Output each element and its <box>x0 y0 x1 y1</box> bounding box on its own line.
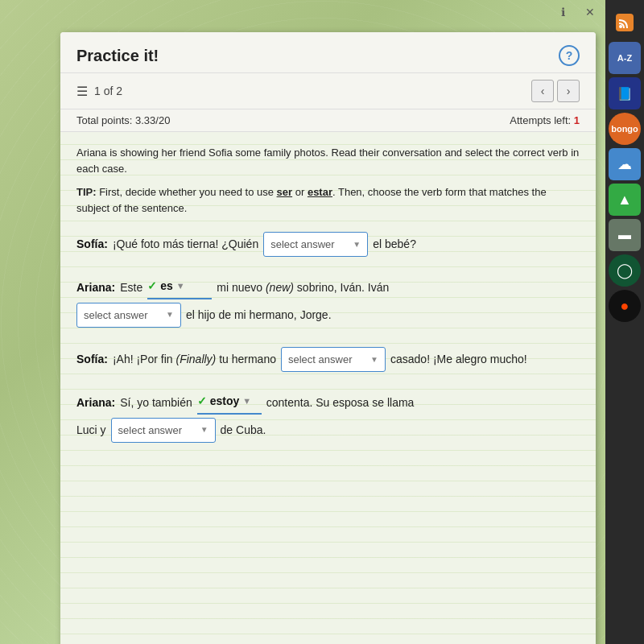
q3-placeholder: select answer <box>288 350 352 369</box>
q2-arrow-icon: ▼ <box>166 308 174 322</box>
tip-text: TIP: First, decide whether you need to u… <box>76 184 580 216</box>
nav-bar: ☰ 1 of 2 ‹ › <box>60 73 596 109</box>
q4-text-mid: contenta. Su esposa se llama <box>266 393 415 413</box>
question-line-2b: select answer ▼ el hijo de mi hermano, J… <box>76 303 580 328</box>
q1-text-after: el bebé? <box>373 234 416 254</box>
q1-placeholder: select answer <box>270 235 334 254</box>
q1-arrow-icon: ▼ <box>353 237 361 252</box>
q2-answer-text: es <box>160 276 173 296</box>
q4-checkmark-icon: ✓ <box>197 391 207 411</box>
content-area: Ariana is showing her friend Sofia some … <box>60 132 596 644</box>
q1-text-before: ¡Qué foto más tierna! ¿Quién <box>113 234 258 254</box>
q2-checkmark-icon: ✓ <box>147 276 157 296</box>
az-sidebar-icon[interactable]: A-Z <box>609 42 641 74</box>
cloud-sidebar-icon[interactable]: ☁ <box>609 148 641 180</box>
q2-dropdown[interactable]: select answer ▼ <box>76 303 181 328</box>
q3-arrow-icon: ▼ <box>370 353 378 367</box>
question-block-3: Sofía: ¡Ah! ¡Por fin (Finally) tu herman… <box>76 347 580 372</box>
nav-left: ☰ 1 of 2 <box>76 84 122 99</box>
speaker-1: Sofía: <box>76 234 108 254</box>
q2-este: Este <box>120 278 142 298</box>
page-indicator: 1 of 2 <box>94 85 122 97</box>
book-sidebar-icon[interactable]: 📘 <box>609 77 641 109</box>
question-block-2: Ariana: Este ✓ es ▼ mi nuevo (new) sobri… <box>76 276 580 328</box>
instruction-text: Ariana is showing her friend Sofia some … <box>76 145 580 176</box>
speaker-3: Sofía: <box>76 349 108 369</box>
question-block-4: Ariana: Sí, yo también ✓ estoy ▼ content… <box>76 391 580 443</box>
panel-title: Practice it! <box>76 47 159 65</box>
q2-text-after: el hijo de mi hermano, Jorge. <box>186 305 332 325</box>
practice-panel: Practice it! ? ☰ 1 of 2 ‹ › Total points… <box>60 32 596 644</box>
q3-dropdown[interactable]: select answer ▼ <box>281 347 386 372</box>
total-points: Total points: 3.33/20 <box>76 114 170 126</box>
right-sidebar: A-Z 📘 bongo ☁ ▲ ▬ ◯ ● <box>605 0 644 644</box>
attempts-value: 1 <box>574 114 580 126</box>
q4-correct-answer: ✓ estoy ▼ <box>197 391 262 414</box>
svg-point-1 <box>619 25 622 28</box>
q2-placeholder: select answer <box>84 306 147 324</box>
drive-sidebar-icon[interactable]: ▲ <box>609 184 641 216</box>
panel-header: Practice it! ? <box>60 32 596 73</box>
question-line-1: Sofía: ¡Qué foto más tierna! ¿Quién sele… <box>76 232 580 257</box>
note-sidebar-icon[interactable]: ▬ <box>609 219 641 251</box>
q4-dropdown-arrow-icon: ▼ <box>242 394 251 410</box>
q4-text-after: de Cuba. <box>221 420 266 440</box>
dot-sidebar-icon[interactable]: ● <box>609 290 641 322</box>
q1-dropdown[interactable]: select answer ▼ <box>263 232 368 257</box>
q4-text-before: Sí, yo también <box>120 393 192 413</box>
help-icon[interactable]: ? <box>559 45 580 66</box>
q4-luci: Luci y <box>76 420 106 440</box>
question-line-4b: Luci y select answer ▼ de Cuba. <box>76 418 580 443</box>
stats-bar: Total points: 3.33/20 Attempts left: 1 <box>60 109 596 132</box>
q2-correct-answer: ✓ es ▼ <box>147 276 212 299</box>
circle-sidebar-icon[interactable]: ◯ <box>609 254 641 287</box>
prev-arrow[interactable]: ‹ <box>531 80 554 102</box>
close-top-icon[interactable]: ✕ <box>581 3 599 21</box>
q4-dropdown[interactable]: select answer ▼ <box>111 418 216 443</box>
q3-text-before: ¡Ah! ¡Por fin (Finally) tu hermano <box>113 349 276 369</box>
speaker-2: Ariana: <box>76 278 115 298</box>
tip-prefix: TIP: <box>76 186 97 198</box>
q2-text-mid: mi nuevo (new) sobrino, Iván. Iván <box>217 278 389 298</box>
question-block-1: Sofía: ¡Qué foto más tierna! ¿Quién sele… <box>76 232 580 257</box>
q2-dropdown-arrow-icon: ▼ <box>176 279 185 295</box>
rss-sidebar-icon[interactable] <box>609 6 641 39</box>
next-arrow[interactable]: › <box>557 80 580 102</box>
question-line-4a: Ariana: Sí, yo también ✓ estoy ▼ content… <box>76 391 580 414</box>
q3-text-after: casado! ¡Me alegro mucho! <box>390 349 527 369</box>
bongo-sidebar-icon[interactable]: bongo <box>609 113 641 145</box>
q4-answer-text: estoy <box>210 391 240 411</box>
question-line-2a: Ariana: Este ✓ es ▼ mi nuevo (new) sobri… <box>76 276 580 299</box>
attempts-left: Attempts left: 1 <box>510 114 580 126</box>
info-top-icon[interactable]: ℹ <box>554 3 572 21</box>
q4-placeholder: select answer <box>118 421 182 440</box>
q4-arrow-icon: ▼ <box>200 423 208 437</box>
question-line-3: Sofía: ¡Ah! ¡Por fin (Finally) tu herman… <box>76 347 580 372</box>
tip-body: First, decide whether you need to use se… <box>76 186 547 214</box>
nav-arrows: ‹ › <box>531 80 580 102</box>
speaker-4: Ariana: <box>76 393 115 413</box>
